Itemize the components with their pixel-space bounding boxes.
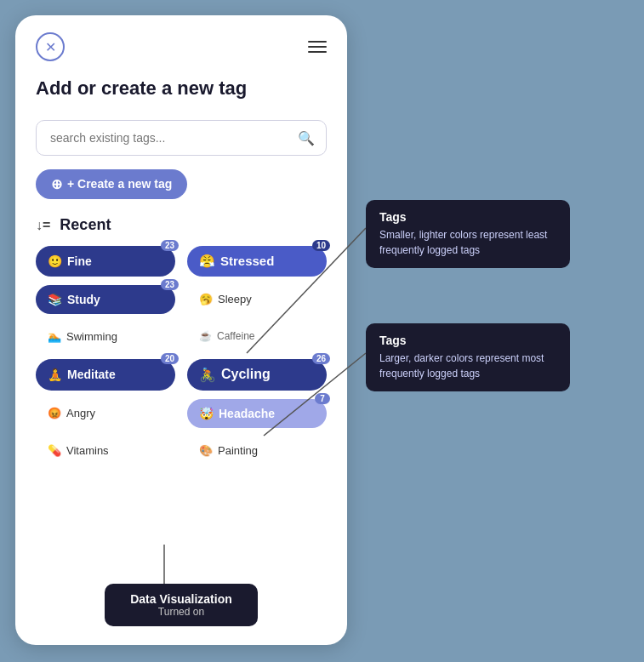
data-viz-title: Data Visualization xyxy=(118,592,244,606)
tag-label: Meditate xyxy=(67,368,116,381)
tag-meditate[interactable]: 🧘 Meditate 20 xyxy=(36,359,175,391)
tag-badge: 10 xyxy=(312,240,330,251)
menu-line xyxy=(308,51,327,53)
tag-label: Study xyxy=(67,293,100,306)
sort-icon: ↓= xyxy=(36,218,50,233)
card-header: ✕ xyxy=(36,32,327,61)
tag-emoji: 🚴 xyxy=(199,367,216,383)
menu-button[interactable] xyxy=(308,41,327,53)
tag-label: Caffeine xyxy=(217,330,254,342)
tag-badge: 23 xyxy=(161,279,179,290)
tag-label: Painting xyxy=(218,444,258,457)
tag-study[interactable]: 📚 Study 23 xyxy=(36,285,175,314)
tag-angry[interactable]: 😡 Angry xyxy=(36,399,175,428)
data-viz-tooltip: Data Visualization Turned on xyxy=(105,584,258,626)
search-icon: 🔍 xyxy=(298,129,315,146)
section-title: ↓= Recent xyxy=(36,216,327,234)
tag-emoji: 🧘 xyxy=(48,368,62,381)
tag-emoji: 🎨 xyxy=(199,444,213,457)
plus-icon: ⊕ xyxy=(51,176,62,192)
tooltip2-body: Larger, darker colors represent most fre… xyxy=(379,351,556,381)
menu-line xyxy=(308,41,327,43)
page-title: Add or create a new tag xyxy=(36,77,327,101)
tag-emoji: 💊 xyxy=(48,444,61,457)
tooltip1-body: Smaller, lighter colors represent least … xyxy=(379,227,556,258)
tag-painting[interactable]: 🎨 Painting xyxy=(187,437,327,465)
tag-label: Angry xyxy=(66,407,95,419)
search-input[interactable] xyxy=(36,120,327,156)
data-viz-subtitle: Turned on xyxy=(118,606,244,618)
tag-sleepy[interactable]: 🥱 Sleepy xyxy=(187,285,327,314)
tag-emoji: 📚 xyxy=(48,293,62,306)
tag-stressed[interactable]: 😤 Stressed 10 xyxy=(187,246,327,277)
tag-label: Cycling xyxy=(221,367,271,382)
tooltip1-title: Tags xyxy=(379,210,556,224)
tag-badge: 20 xyxy=(161,353,179,364)
tag-label: Headache xyxy=(219,407,275,420)
tag-swimming[interactable]: 🏊 Swimming xyxy=(36,322,175,351)
tag-label: Stressed xyxy=(220,254,274,268)
tag-emoji: 😤 xyxy=(199,254,215,269)
main-card: ✕ Add or create a new tag 🔍 ⊕ + Create a… xyxy=(15,15,347,645)
tag-emoji: ☕ xyxy=(199,330,212,342)
close-icon: ✕ xyxy=(45,39,56,55)
tag-badge: 23 xyxy=(161,240,179,251)
tag-badge: 7 xyxy=(315,393,330,404)
tags-grid: 🙂 Fine 23 😤 Stressed 10 📚 Study 23 🥱 Sle… xyxy=(36,246,327,465)
tag-vitamins[interactable]: 💊 Vitamins xyxy=(36,437,175,465)
create-tag-label: + Create a new tag xyxy=(67,177,172,191)
tag-label: Vitamins xyxy=(66,444,109,457)
search-wrapper: 🔍 xyxy=(36,120,327,156)
tag-caffeine[interactable]: ☕ Caffeine xyxy=(187,322,327,351)
tooltip-tags-dark: Tags Larger, darker colors represent mos… xyxy=(366,323,570,391)
tooltip2-title: Tags xyxy=(379,334,556,347)
tag-emoji: 🏊 xyxy=(48,330,61,343)
tag-label: Fine xyxy=(67,254,92,268)
tag-emoji: 🤯 xyxy=(199,407,214,420)
tag-headache[interactable]: 🤯 Headache 7 xyxy=(187,399,327,428)
tooltip-tags-light: Tags Smaller, lighter colors represent l… xyxy=(366,200,570,268)
tag-badge: 26 xyxy=(312,353,330,364)
tag-label: Swimming xyxy=(66,330,117,343)
tag-emoji: 🙂 xyxy=(48,254,62,268)
tag-label: Sleepy xyxy=(218,293,252,305)
tag-emoji: 🥱 xyxy=(199,293,213,305)
tag-fine[interactable]: 🙂 Fine 23 xyxy=(36,246,175,277)
tag-cycling[interactable]: 🚴 Cycling 26 xyxy=(187,359,327,391)
create-tag-button[interactable]: ⊕ + Create a new tag xyxy=(36,169,187,199)
close-button[interactable]: ✕ xyxy=(36,32,65,61)
tag-emoji: 😡 xyxy=(48,407,61,419)
menu-line xyxy=(308,46,327,48)
